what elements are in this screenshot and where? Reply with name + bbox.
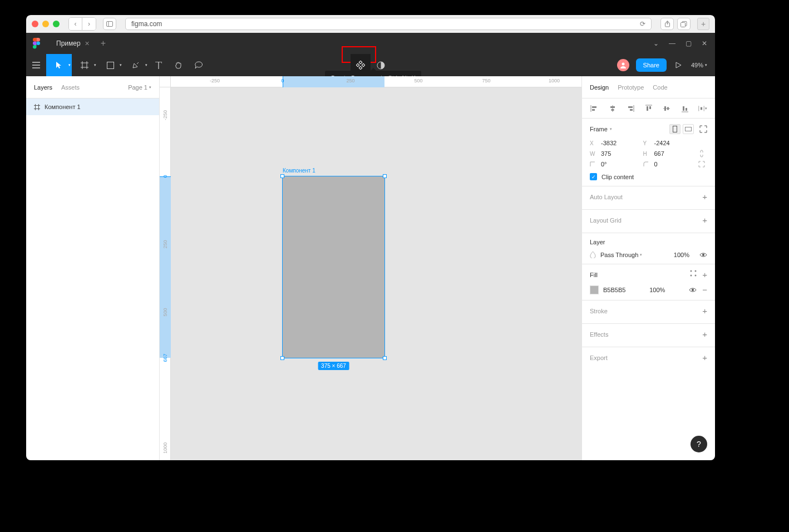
svg-rect-36	[664, 106, 666, 111]
svg-rect-15	[356, 63, 359, 67]
fill-visibility-icon[interactable]	[689, 287, 697, 293]
h-input[interactable]: 667	[654, 150, 692, 157]
layers-tab[interactable]: Layers	[34, 84, 52, 91]
prototype-tab[interactable]: Prototype	[618, 84, 644, 91]
minimize-window[interactable]	[42, 21, 49, 27]
maximize-window[interactable]	[53, 21, 60, 27]
selected-frame[interactable]: Компонент 1 375 × 667	[283, 176, 384, 358]
landscape-button[interactable]	[683, 124, 694, 134]
add-effect-button[interactable]: +	[702, 329, 707, 339]
h-label: H	[643, 151, 650, 157]
figma-logo-icon[interactable]	[33, 38, 41, 49]
ruler-tick: 500	[162, 308, 168, 316]
close-tab-icon[interactable]: ×	[85, 39, 90, 48]
comment-tool[interactable]	[189, 54, 209, 76]
resize-to-fit-icon[interactable]	[699, 125, 707, 133]
portrait-button[interactable]	[669, 124, 680, 134]
layer-name: Компонент 1	[45, 104, 81, 110]
resize-handle-se[interactable]	[383, 356, 387, 360]
present-button[interactable]	[673, 54, 684, 76]
window-minimize-icon[interactable]: —	[669, 40, 675, 47]
rotation-input[interactable]: 0°	[601, 161, 639, 168]
ruler-tick: 0	[281, 78, 284, 83]
add-stroke-button[interactable]: +	[702, 306, 707, 316]
design-tab[interactable]: Design	[590, 84, 609, 91]
clip-content-checkbox[interactable]: ✓	[590, 173, 597, 180]
close-window[interactable]	[32, 21, 38, 27]
independent-corners-icon[interactable]	[696, 161, 707, 168]
frame-label[interactable]: Компонент 1	[283, 168, 315, 174]
help-button[interactable]: ?	[691, 436, 707, 452]
chevron-down-icon: ▾	[149, 85, 151, 90]
svg-point-51	[692, 289, 694, 291]
share-button[interactable]: Share	[636, 58, 667, 72]
export-label: Export	[590, 354, 608, 361]
resize-handle-ne[interactable]	[383, 174, 387, 178]
remove-fill-button[interactable]: −	[702, 285, 707, 294]
size-badge: 375 × 667	[318, 362, 349, 370]
layer-opacity-input[interactable]: 100%	[674, 252, 689, 258]
style-icon[interactable]	[690, 270, 697, 279]
align-center-h-icon[interactable]	[608, 104, 617, 113]
assets-tab[interactable]: Assets	[61, 84, 80, 91]
page-selector[interactable]: Page 1 ▾	[128, 84, 151, 91]
align-right-icon[interactable]	[626, 104, 635, 113]
url-bar[interactable]: figma.com ⟳	[125, 18, 652, 30]
distribute-icon[interactable]: ▾	[698, 104, 707, 113]
tabs-icon[interactable]	[677, 18, 691, 30]
code-tab[interactable]: Code	[653, 84, 667, 91]
reload-icon[interactable]: ⟳	[640, 20, 645, 28]
constrain-proportions-icon[interactable]	[696, 150, 707, 157]
align-top-icon[interactable]	[644, 104, 653, 113]
y-input[interactable]: -2424	[654, 140, 692, 146]
move-tool[interactable]: ▾	[46, 54, 72, 76]
pen-tool[interactable]: ▾	[123, 54, 149, 76]
tab-active[interactable]: Пример ×	[51, 35, 95, 52]
menu-button[interactable]	[26, 54, 46, 76]
align-left-icon[interactable]	[590, 104, 599, 113]
x-input[interactable]: -3832	[601, 140, 639, 146]
zoom-display[interactable]: 49% ▾	[691, 62, 707, 68]
align-center-v-icon[interactable]	[662, 104, 671, 113]
new-tab-button[interactable]: +	[697, 18, 709, 30]
new-figma-tab-button[interactable]: +	[95, 38, 111, 48]
window-maximize-icon[interactable]: ▢	[686, 40, 692, 47]
svg-rect-28	[611, 109, 614, 111]
resize-handle-sw[interactable]	[280, 356, 284, 360]
fill-hex-input[interactable]: B5B5B5	[603, 287, 625, 293]
nav-back-button[interactable]: ‹	[69, 18, 82, 30]
frame-preset-dropdown[interactable]: Frame ▾	[590, 126, 612, 132]
user-avatar[interactable]	[617, 59, 629, 71]
hand-tool[interactable]	[169, 54, 189, 76]
add-auto-layout-button[interactable]: +	[702, 192, 707, 201]
sidebar-toggle-button[interactable]	[103, 18, 116, 30]
add-layout-grid-button[interactable]: +	[702, 215, 707, 225]
text-tool[interactable]	[149, 54, 169, 76]
svg-point-46	[702, 254, 704, 256]
nav-forward-button[interactable]: ›	[82, 18, 96, 30]
w-input[interactable]: 375	[601, 150, 639, 157]
fill-opacity-input[interactable]: 100%	[649, 287, 665, 293]
window-close-icon[interactable]: ✕	[702, 40, 707, 47]
nav-back-forward: ‹ ›	[68, 17, 96, 31]
x-label: X	[590, 140, 596, 146]
resize-handle-nw[interactable]	[280, 174, 284, 178]
chevron-down-icon: ▾	[640, 253, 642, 257]
clip-content-label: Clip content	[601, 174, 634, 180]
fill-swatch[interactable]	[590, 285, 599, 294]
ruler-tick: 250	[346, 78, 354, 83]
share-icon[interactable]	[660, 18, 674, 30]
fill-section-label: Fill	[590, 272, 598, 278]
add-export-button[interactable]: +	[702, 353, 707, 362]
shape-tool[interactable]: ▾	[97, 54, 123, 76]
chevron-down-icon[interactable]: ⌄	[653, 40, 659, 47]
align-bottom-icon[interactable]	[680, 104, 689, 113]
visibility-icon[interactable]	[699, 252, 707, 258]
radius-input[interactable]: 0	[654, 161, 692, 168]
frame-tool[interactable]: ▾	[72, 54, 97, 76]
layer-item[interactable]: Компонент 1	[26, 98, 159, 115]
frame-label: Frame	[590, 126, 608, 132]
add-fill-button[interactable]: +	[702, 270, 707, 279]
canvas[interactable]: -250 0 250 500 750 1000 -250 0 250 500 6…	[160, 76, 581, 460]
blend-mode-dropdown[interactable]: Pass Through ▾	[600, 252, 642, 258]
